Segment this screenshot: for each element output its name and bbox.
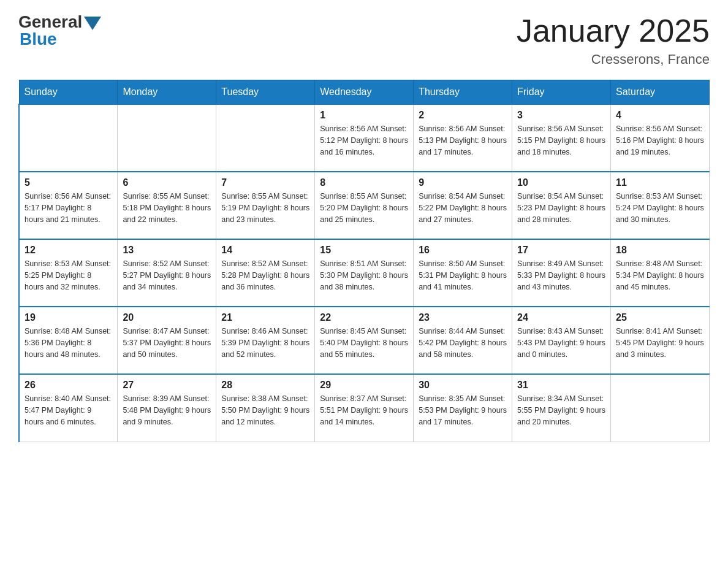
day-number: 27 [123, 380, 211, 391]
day-number: 28 [221, 380, 309, 391]
day-info: Sunrise: 8:45 AM Sunset: 5:40 PM Dayligh… [320, 326, 408, 360]
calendar-cell: 15Sunrise: 8:51 AM Sunset: 5:30 PM Dayli… [315, 239, 414, 307]
day-number: 9 [419, 177, 507, 188]
day-info: Sunrise: 8:38 AM Sunset: 5:50 PM Dayligh… [221, 393, 309, 427]
calendar-cell: 3Sunrise: 8:56 AM Sunset: 5:15 PM Daylig… [512, 104, 611, 172]
day-info: Sunrise: 8:35 AM Sunset: 5:53 PM Dayligh… [419, 393, 507, 427]
day-number: 12 [25, 245, 112, 256]
calendar-cell: 8Sunrise: 8:55 AM Sunset: 5:20 PM Daylig… [315, 172, 414, 239]
calendar-cell: 22Sunrise: 8:45 AM Sunset: 5:40 PM Dayli… [315, 307, 414, 374]
day-number: 1 [320, 110, 408, 121]
day-info: Sunrise: 8:51 AM Sunset: 5:30 PM Dayligh… [320, 258, 408, 293]
day-info: Sunrise: 8:56 AM Sunset: 5:15 PM Dayligh… [517, 123, 605, 158]
day-number: 2 [419, 110, 507, 121]
day-number: 7 [221, 177, 309, 188]
calendar-cell: 13Sunrise: 8:52 AM Sunset: 5:27 PM Dayli… [118, 239, 216, 307]
calendar-cell: 25Sunrise: 8:41 AM Sunset: 5:45 PM Dayli… [611, 307, 710, 374]
day-number: 10 [517, 177, 605, 188]
calendar-cell [611, 374, 710, 442]
day-info: Sunrise: 8:43 AM Sunset: 5:43 PM Dayligh… [517, 326, 605, 360]
day-number: 11 [616, 177, 704, 188]
calendar-week-row: 26Sunrise: 8:40 AM Sunset: 5:47 PM Dayli… [19, 374, 710, 442]
day-info: Sunrise: 8:55 AM Sunset: 5:20 PM Dayligh… [320, 191, 408, 225]
calendar-cell: 21Sunrise: 8:46 AM Sunset: 5:39 PM Dayli… [216, 307, 315, 374]
calendar-cell: 11Sunrise: 8:53 AM Sunset: 5:24 PM Dayli… [611, 172, 710, 239]
day-info: Sunrise: 8:49 AM Sunset: 5:33 PM Dayligh… [517, 258, 605, 293]
day-info: Sunrise: 8:55 AM Sunset: 5:19 PM Dayligh… [221, 191, 309, 225]
calendar-cell: 23Sunrise: 8:44 AM Sunset: 5:42 PM Dayli… [414, 307, 512, 374]
day-info: Sunrise: 8:37 AM Sunset: 5:51 PM Dayligh… [320, 393, 408, 427]
day-number: 30 [419, 380, 507, 391]
day-info: Sunrise: 8:41 AM Sunset: 5:45 PM Dayligh… [616, 326, 704, 360]
header-monday: Monday [118, 80, 216, 105]
calendar-cell: 24Sunrise: 8:43 AM Sunset: 5:43 PM Dayli… [512, 307, 611, 374]
day-info: Sunrise: 8:40 AM Sunset: 5:47 PM Dayligh… [25, 393, 112, 427]
day-info: Sunrise: 8:52 AM Sunset: 5:27 PM Dayligh… [123, 258, 211, 293]
calendar-week-row: 19Sunrise: 8:48 AM Sunset: 5:36 PM Dayli… [19, 307, 710, 374]
calendar-cell: 28Sunrise: 8:38 AM Sunset: 5:50 PM Dayli… [216, 374, 315, 442]
day-number: 16 [419, 245, 507, 256]
calendar-cell: 16Sunrise: 8:50 AM Sunset: 5:31 PM Dayli… [414, 239, 512, 307]
day-info: Sunrise: 8:52 AM Sunset: 5:28 PM Dayligh… [221, 258, 309, 293]
calendar-subtitle: Cresserons, France [517, 52, 710, 67]
calendar-cell [19, 104, 118, 172]
calendar-cell [118, 104, 216, 172]
calendar-cell: 10Sunrise: 8:54 AM Sunset: 5:23 PM Dayli… [512, 172, 611, 239]
calendar-title: January 2025 [517, 12, 710, 49]
calendar-cell: 27Sunrise: 8:39 AM Sunset: 5:48 PM Dayli… [118, 374, 216, 442]
day-number: 31 [517, 380, 605, 391]
day-number: 26 [25, 380, 112, 391]
day-number: 4 [616, 110, 704, 121]
day-info: Sunrise: 8:56 AM Sunset: 5:16 PM Dayligh… [616, 123, 704, 158]
day-number: 18 [616, 245, 704, 256]
logo-triangle-icon [84, 17, 101, 30]
calendar-week-row: 12Sunrise: 8:53 AM Sunset: 5:25 PM Dayli… [19, 239, 710, 307]
day-info: Sunrise: 8:34 AM Sunset: 5:55 PM Dayligh… [517, 393, 605, 427]
calendar-cell: 17Sunrise: 8:49 AM Sunset: 5:33 PM Dayli… [512, 239, 611, 307]
day-number: 13 [123, 245, 211, 256]
day-info: Sunrise: 8:55 AM Sunset: 5:18 PM Dayligh… [123, 191, 211, 225]
header-wednesday: Wednesday [315, 80, 414, 105]
calendar-week-row: 5Sunrise: 8:56 AM Sunset: 5:17 PM Daylig… [19, 172, 710, 239]
header-sunday: Sunday [19, 80, 118, 105]
day-number: 19 [25, 312, 112, 323]
day-info: Sunrise: 8:53 AM Sunset: 5:24 PM Dayligh… [616, 191, 704, 225]
day-info: Sunrise: 8:50 AM Sunset: 5:31 PM Dayligh… [419, 258, 507, 293]
calendar-cell: 1Sunrise: 8:56 AM Sunset: 5:12 PM Daylig… [315, 104, 414, 172]
day-info: Sunrise: 8:48 AM Sunset: 5:34 PM Dayligh… [616, 258, 704, 293]
calendar-cell: 2Sunrise: 8:56 AM Sunset: 5:13 PM Daylig… [414, 104, 512, 172]
day-info: Sunrise: 8:56 AM Sunset: 5:13 PM Dayligh… [419, 123, 507, 158]
day-number: 25 [616, 312, 704, 323]
calendar-cell: 30Sunrise: 8:35 AM Sunset: 5:53 PM Dayli… [414, 374, 512, 442]
day-number: 21 [221, 312, 309, 323]
day-number: 14 [221, 245, 309, 256]
calendar-cell: 7Sunrise: 8:55 AM Sunset: 5:19 PM Daylig… [216, 172, 315, 239]
calendar-cell: 6Sunrise: 8:55 AM Sunset: 5:18 PM Daylig… [118, 172, 216, 239]
day-number: 29 [320, 380, 408, 391]
day-number: 23 [419, 312, 507, 323]
day-number: 6 [123, 177, 211, 188]
calendar-cell [216, 104, 315, 172]
calendar-cell: 18Sunrise: 8:48 AM Sunset: 5:34 PM Dayli… [611, 239, 710, 307]
logo-blue-text: Blue [20, 29, 101, 49]
calendar-cell: 31Sunrise: 8:34 AM Sunset: 5:55 PM Dayli… [512, 374, 611, 442]
calendar-cell: 20Sunrise: 8:47 AM Sunset: 5:37 PM Dayli… [118, 307, 216, 374]
calendar-week-row: 1Sunrise: 8:56 AM Sunset: 5:12 PM Daylig… [19, 104, 710, 172]
day-number: 8 [320, 177, 408, 188]
day-info: Sunrise: 8:44 AM Sunset: 5:42 PM Dayligh… [419, 326, 507, 360]
page-header: General Blue January 2025 Cresserons, Fr… [18, 12, 710, 67]
title-section: January 2025 Cresserons, France [517, 12, 710, 67]
header-friday: Friday [512, 80, 611, 105]
logo: General Blue [18, 12, 101, 49]
calendar-cell: 4Sunrise: 8:56 AM Sunset: 5:16 PM Daylig… [611, 104, 710, 172]
day-number: 22 [320, 312, 408, 323]
header-saturday: Saturday [611, 80, 710, 105]
day-info: Sunrise: 8:47 AM Sunset: 5:37 PM Dayligh… [123, 326, 211, 360]
day-info: Sunrise: 8:53 AM Sunset: 5:25 PM Dayligh… [25, 258, 112, 293]
calendar-cell: 5Sunrise: 8:56 AM Sunset: 5:17 PM Daylig… [19, 172, 118, 239]
calendar-cell: 19Sunrise: 8:48 AM Sunset: 5:36 PM Dayli… [19, 307, 118, 374]
day-info: Sunrise: 8:48 AM Sunset: 5:36 PM Dayligh… [25, 326, 112, 360]
day-info: Sunrise: 8:56 AM Sunset: 5:12 PM Dayligh… [320, 123, 408, 158]
day-info: Sunrise: 8:56 AM Sunset: 5:17 PM Dayligh… [25, 191, 112, 225]
calendar-cell: 14Sunrise: 8:52 AM Sunset: 5:28 PM Dayli… [216, 239, 315, 307]
